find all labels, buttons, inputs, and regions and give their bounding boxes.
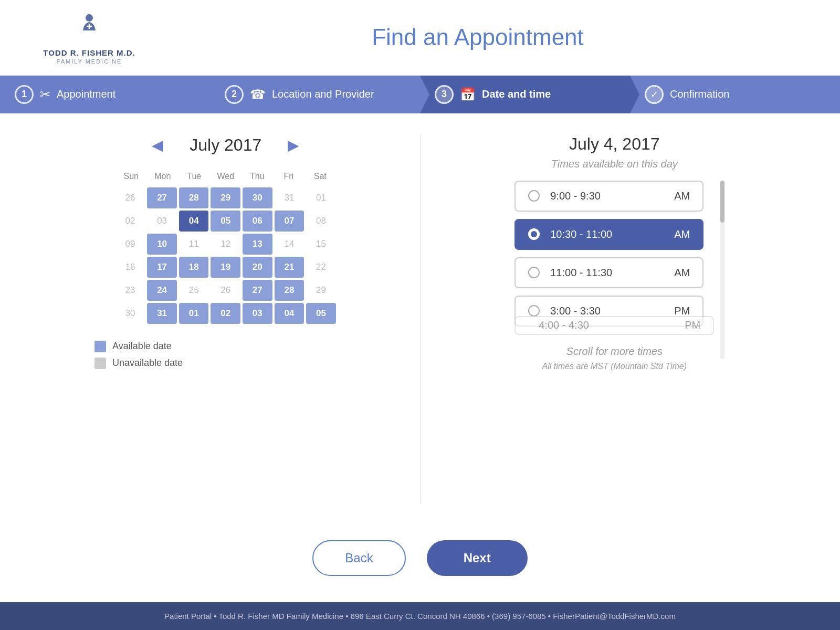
calendar-body: 2627282930310102030405060708091011121314… (116, 187, 336, 324)
time-partial-text: 4:00 - 4:30 (539, 319, 589, 331)
step-2-number: 2 (225, 85, 244, 104)
calendar-day-w1-d1: 26 (116, 187, 145, 208)
calendar-day-w4-d2[interactable]: 17 (147, 257, 177, 278)
step-4-confirmation[interactable]: ✓ Confirmation (630, 76, 840, 113)
next-button[interactable]: Next (427, 540, 528, 576)
radio-t3 (528, 267, 540, 278)
calendar-week-2: 02030405060708 (116, 211, 336, 232)
calendar-day-w2-d6[interactable]: 07 (275, 211, 304, 232)
calendar-day-w4-d7: 22 (306, 257, 336, 278)
back-button[interactable]: Back (312, 540, 405, 576)
calendar-nav: ◀ July 2017 ▶ (146, 134, 304, 156)
logo-area: Todd R. Fisher M.D. Family Medicine (32, 10, 147, 65)
selected-date-title: July 4, 2017 (569, 134, 660, 154)
calendar-week-1: 26272829303101 (116, 187, 336, 208)
calendar-day-w2-d4[interactable]: 05 (211, 211, 240, 232)
calendar-day-w2-d3[interactable]: 04 (179, 211, 209, 232)
time-text-t1: 9:00 - 9:30 (550, 190, 664, 202)
time-option-t2[interactable]: 10:30 - 11:00AM (514, 219, 704, 250)
calendar-day-w1-d3[interactable]: 28 (179, 187, 209, 208)
day-header-sun: Sun (116, 169, 147, 184)
calendar-day-w3-d5[interactable]: 13 (243, 234, 272, 255)
calendar-day-w4-d4[interactable]: 19 (211, 257, 240, 278)
calendar-day-w4-d6[interactable]: 21 (275, 257, 304, 278)
calendar-week-3: 09101112131415 (116, 234, 336, 255)
calendar-day-w6-d4[interactable]: 02 (211, 303, 240, 324)
timezone-note: All times are MST (Mountain Std Time) (542, 362, 687, 371)
logo-name: Todd R. Fisher M.D. (43, 48, 135, 58)
time-option-t3[interactable]: 11:00 - 11:30AM (514, 257, 704, 288)
step-1-appointment[interactable]: 1 ✂ Appointment (0, 76, 210, 113)
page-title-area: Find an Appointment (147, 24, 808, 50)
calendar-day-w5-d6[interactable]: 28 (275, 280, 304, 301)
legend-unavailable-label: Unavailable date (112, 358, 183, 369)
step-3-label: Date and time (482, 88, 551, 100)
legend-available: Available date (94, 341, 183, 352)
next-month-button[interactable]: ▶ (282, 134, 304, 156)
legend-unavailable: Unavailable date (94, 358, 183, 369)
calendar-day-w1-d7: 01 (306, 187, 336, 208)
step-4-label: Confirmation (670, 88, 729, 100)
scrollbar[interactable] (720, 181, 724, 359)
calendar-header-row: Sun Mon Tue Wed Thu Fri Sat (116, 169, 336, 184)
step-2-label: Location and Provider (272, 88, 374, 100)
step-3-arrow (630, 76, 639, 113)
calendar-day-w6-d3[interactable]: 01 (179, 303, 209, 324)
day-header-sat: Sat (304, 169, 336, 184)
calendar-day-w5-d2[interactable]: 24 (147, 280, 177, 301)
calendar-day-w1-d6: 31 (275, 187, 304, 208)
day-header-wed: Wed (210, 169, 242, 184)
calendar-day-w6-d7[interactable]: 05 (306, 303, 336, 324)
step-3-datetime[interactable]: 3 📅 Date and time (420, 76, 630, 113)
step-2-location[interactable]: 2 ☎ Location and Provider (210, 76, 420, 113)
time-side: July 4, 2017 Times available on this day… (421, 134, 778, 504)
main-content: ◀ July 2017 ▶ Sun Mon Tue Wed Thu Fri Sa… (0, 113, 840, 525)
time-ampm-t3: AM (674, 267, 690, 279)
step-2-arrow (420, 76, 429, 113)
location-icon: ☎ (250, 87, 266, 102)
legend-available-label: Available date (112, 341, 172, 352)
time-ampm-t4: PM (674, 305, 690, 317)
calendar-day-w5-d3: 25 (179, 280, 209, 301)
calendar-day-w6-d5[interactable]: 03 (243, 303, 272, 324)
calendar-day-w3-d2[interactable]: 10 (147, 234, 177, 255)
page-title: Find an Appointment (147, 24, 808, 50)
step-1-number: 1 (15, 85, 34, 104)
day-header-mon: Mon (147, 169, 178, 184)
time-text-t4: 3:00 - 3:30 (550, 305, 664, 317)
calendar-day-w6-d2[interactable]: 31 (147, 303, 177, 324)
calendar-day-w4-d5[interactable]: 20 (243, 257, 272, 278)
calendar-day-w2-d7: 08 (306, 211, 336, 232)
calendar-day-w3-d7: 15 (306, 234, 336, 255)
day-header-thu: Thu (242, 169, 273, 184)
calendar-side: ◀ July 2017 ▶ Sun Mon Tue Wed Thu Fri Sa… (63, 134, 421, 504)
calendar-week-4: 16171819202122 (116, 257, 336, 278)
time-list-container: 9:00 - 9:30AM10:30 - 11:00AM11:00 - 11:3… (514, 181, 714, 335)
calendar-day-w3-d4: 12 (211, 234, 240, 255)
calendar-day-w2-d2: 03 (147, 211, 177, 232)
calendar-day-w5-d1: 23 (116, 280, 145, 301)
scrollbar-thumb[interactable] (720, 181, 724, 223)
step-1-arrow (210, 76, 219, 113)
calendar-day-w4-d1: 16 (116, 257, 145, 278)
appointment-icon: ✂ (40, 87, 50, 102)
calendar-day-w1-d5[interactable]: 30 (243, 187, 272, 208)
calendar-day-w2-d5[interactable]: 06 (243, 211, 272, 232)
calendar-month-year: July 2017 (190, 135, 261, 155)
datetime-icon: 📅 (460, 87, 476, 102)
prev-month-button[interactable]: ◀ (146, 134, 169, 156)
calendar-day-w5-d5[interactable]: 27 (243, 280, 272, 301)
time-list: 9:00 - 9:30AM10:30 - 11:00AM11:00 - 11:3… (514, 181, 704, 327)
calendar-day-w6-d6[interactable]: 04 (275, 303, 304, 324)
time-option-t1[interactable]: 9:00 - 9:30AM (514, 181, 704, 212)
calendar-day-w1-d2[interactable]: 27 (147, 187, 177, 208)
time-partial-visible: 4:00 - 4:30 PM (514, 316, 714, 335)
legend-unavailable-box (94, 358, 106, 369)
stepper: 1 ✂ Appointment 2 ☎ Location and Provide… (0, 76, 840, 113)
day-header-tue: Tue (178, 169, 210, 184)
scroll-hint: Scroll for more times (566, 345, 663, 358)
header: Todd R. Fisher M.D. Family Medicine Find… (0, 0, 840, 76)
legend-available-box (94, 341, 106, 352)
calendar-day-w4-d3[interactable]: 18 (179, 257, 209, 278)
calendar-day-w1-d4[interactable]: 29 (211, 187, 240, 208)
